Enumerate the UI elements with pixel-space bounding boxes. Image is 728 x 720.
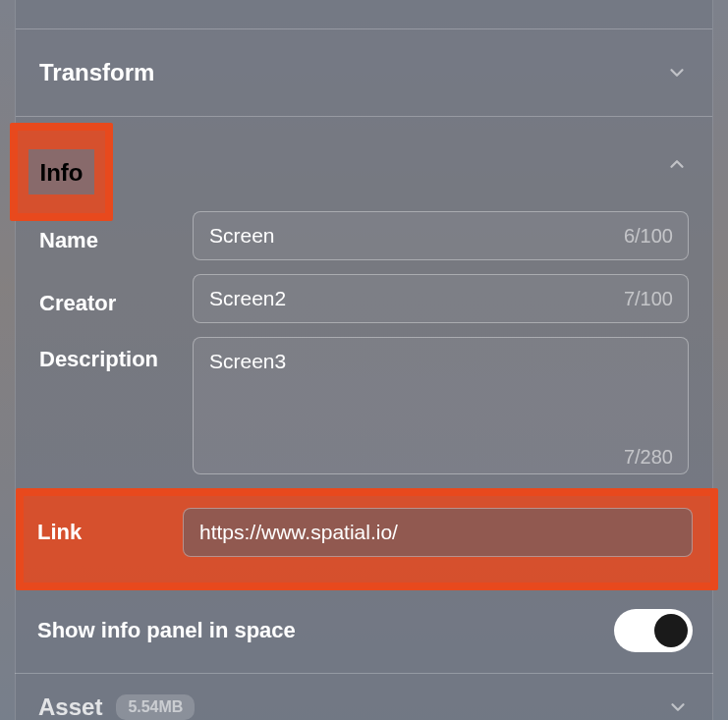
field-row-name: Name 6/100 xyxy=(39,211,689,260)
label-creator: Creator xyxy=(39,281,177,316)
chevron-up-icon xyxy=(665,152,689,176)
section-header-transform[interactable]: Transform xyxy=(16,29,712,116)
asset-header-left: Asset 5.54MB xyxy=(38,693,195,720)
label-description: Description xyxy=(39,337,177,372)
label-name: Name xyxy=(39,218,177,253)
section-info: Name 6/100 Creator 7/100 Description 7/2… xyxy=(16,117,712,478)
link-field-wrap xyxy=(183,508,693,557)
chevron-down-icon xyxy=(665,61,689,84)
creator-field-wrap: 7/100 xyxy=(193,274,689,323)
section-title-asset: Asset xyxy=(38,693,102,720)
link-input[interactable] xyxy=(183,508,693,557)
name-field-wrap: 6/100 xyxy=(193,211,689,260)
section-header-asset[interactable]: Asset 5.54MB xyxy=(15,673,713,720)
field-row-creator: Creator 7/100 xyxy=(39,274,689,323)
description-field-wrap: 7/280 xyxy=(193,337,689,478)
section-header-info[interactable] xyxy=(39,117,689,211)
creator-input[interactable] xyxy=(193,274,689,323)
panel-top-spacer xyxy=(16,0,712,29)
section-title-info: Info xyxy=(40,159,84,187)
toggle-knob xyxy=(654,614,688,647)
show-info-panel-row: Show info panel in space xyxy=(37,609,693,652)
section-title-transform: Transform xyxy=(39,59,154,86)
highlight-info-inner: Info xyxy=(28,149,95,194)
description-textarea[interactable] xyxy=(193,337,689,474)
chevron-down-icon xyxy=(666,695,690,719)
label-show-info-panel: Show info panel in space xyxy=(37,618,296,643)
highlight-info-title: Info xyxy=(10,123,113,221)
name-input[interactable] xyxy=(193,211,689,260)
label-link: Link xyxy=(37,520,167,545)
field-row-description: Description 7/280 xyxy=(39,337,689,478)
show-info-panel-toggle[interactable] xyxy=(614,609,693,652)
field-row-link: Link xyxy=(37,508,693,557)
asset-size-badge: 5.54MB xyxy=(116,694,195,720)
